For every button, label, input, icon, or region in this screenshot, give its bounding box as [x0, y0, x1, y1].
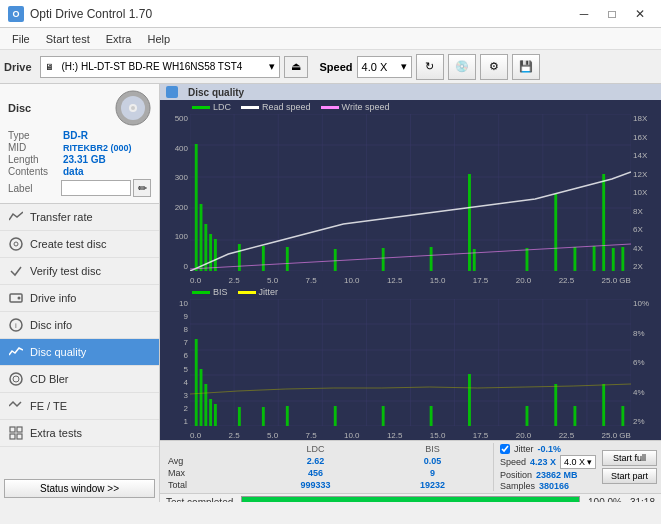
svg-rect-72	[204, 384, 207, 426]
verify-icon	[8, 263, 24, 279]
max-bis: 9	[378, 467, 487, 479]
sidebar-item-label: Verify test disc	[30, 265, 101, 277]
disc-label-label: Label	[8, 183, 61, 194]
menubar: File Start test Extra Help	[0, 28, 661, 50]
sidebar: Disc Type BD-R MID RITEKBR2 (000) Length…	[0, 84, 160, 502]
menu-start-test[interactable]: Start test	[38, 31, 98, 47]
avg-label: Avg	[164, 455, 253, 467]
status-time: 31:18	[630, 497, 655, 503]
bx-225: 22.5	[559, 431, 575, 440]
refresh-button[interactable]: ↻	[416, 54, 444, 80]
speed-stat-value: 4.23 X	[530, 457, 556, 467]
sidebar-item-transfer-rate[interactable]: Transfer rate	[0, 204, 159, 231]
speed-value: 4.0 X	[362, 61, 388, 73]
top-chart-legend: LDC Read speed Write speed	[192, 102, 389, 112]
menu-help[interactable]: Help	[139, 31, 178, 47]
x-225: 22.5	[559, 276, 575, 285]
svg-rect-85	[602, 384, 605, 426]
svg-rect-42	[382, 248, 385, 271]
menu-file[interactable]: File	[4, 31, 38, 47]
svg-rect-48	[573, 247, 576, 271]
total-ldc: 999333	[253, 479, 378, 491]
by-1: 1	[160, 417, 188, 426]
sidebar-item-create-test-disc[interactable]: Create test disc	[0, 231, 159, 258]
svg-rect-71	[200, 369, 203, 426]
fe-te-icon	[8, 398, 24, 414]
close-button[interactable]: ✕	[627, 4, 653, 24]
save-icon: 💾	[519, 60, 533, 73]
by-10: 10	[160, 299, 188, 308]
disc-label-input[interactable]	[61, 180, 131, 196]
bx-175: 17.5	[473, 431, 489, 440]
legend-read-speed: Read speed	[241, 102, 311, 112]
settings-button[interactable]: ⚙	[480, 54, 508, 80]
label-edit-button[interactable]: ✏	[133, 179, 151, 197]
speed-stat-select[interactable]: 4.0 X ▾	[560, 455, 596, 469]
maximize-button[interactable]: □	[599, 4, 625, 24]
settings-icon: ⚙	[489, 60, 499, 73]
x-250: 25.0 GB	[602, 276, 631, 285]
bx-150: 15.0	[430, 431, 446, 440]
progress-bar-outer	[241, 496, 580, 502]
speed-select[interactable]: 4.0 X ▾	[357, 56, 412, 78]
disc-contents-label: Contents	[8, 166, 63, 177]
svg-rect-78	[334, 406, 337, 426]
sidebar-item-label: Disc info	[30, 319, 72, 331]
y-right-18x: 18X	[633, 114, 661, 123]
sidebar-item-disc-info[interactable]: i Disc info	[0, 312, 159, 339]
sidebar-item-extra-tests[interactable]: Extra tests	[0, 420, 159, 447]
disc-contents-value: data	[63, 166, 84, 177]
svg-rect-37	[214, 239, 217, 271]
position-label: Position	[500, 470, 532, 480]
svg-rect-43	[430, 247, 433, 271]
bx-125: 12.5	[387, 431, 403, 440]
eject-button[interactable]: ⏏	[284, 56, 308, 78]
start-part-button[interactable]: Start part	[602, 468, 657, 484]
legend-read-color	[241, 106, 259, 109]
sidebar-item-fe-te[interactable]: FE / TE	[0, 393, 159, 420]
by-right-2: 2%	[633, 417, 661, 426]
legend-bis-color	[192, 291, 210, 294]
svg-rect-74	[214, 404, 217, 426]
sidebar-item-disc-quality[interactable]: Disc quality	[0, 339, 159, 366]
svg-rect-38	[238, 244, 241, 271]
position-row: Position 23862 MB	[500, 470, 596, 480]
bx-250: 25.0 GB	[602, 431, 631, 440]
disc-mid-value: RITEKBR2 (000)	[63, 143, 132, 153]
main-layout: Disc Type BD-R MID RITEKBR2 (000) Length…	[0, 84, 661, 502]
by-4: 4	[160, 378, 188, 387]
menu-extra[interactable]: Extra	[98, 31, 140, 47]
minimize-button[interactable]: ─	[571, 4, 597, 24]
jitter-checkbox[interactable]	[500, 444, 510, 454]
start-full-button[interactable]: Start full	[602, 450, 657, 466]
titlebar: O Opti Drive Control 1.70 ─ □ ✕	[0, 0, 661, 28]
speed-row: Speed 4.23 X 4.0 X ▾	[500, 455, 596, 469]
total-bis: 19232	[378, 479, 487, 491]
create-disc-icon	[8, 236, 24, 252]
disc-contents-row: Contents data	[8, 166, 151, 177]
disc-button[interactable]: 💿	[448, 54, 476, 80]
speed-label: Speed	[320, 61, 353, 73]
drive-select[interactable]: 🖥 (H:) HL-DT-ST BD-RE WH16NS58 TST4 ▾	[40, 56, 280, 78]
svg-point-3	[131, 106, 135, 110]
titlebar-left: O Opti Drive Control 1.70	[8, 6, 152, 22]
x-200: 20.0	[516, 276, 532, 285]
by-7: 7	[160, 338, 188, 347]
chart-header: Disc quality	[160, 84, 661, 100]
disc-label-row: Label ✏	[8, 179, 151, 197]
svg-rect-86	[621, 406, 624, 426]
drive-info-icon	[8, 290, 24, 306]
y-label-100: 100	[160, 232, 188, 241]
titlebar-controls: ─ □ ✕	[571, 4, 653, 24]
status-window-button[interactable]: Status window >>	[4, 479, 155, 498]
app-icon: O	[8, 6, 24, 22]
svg-rect-77	[286, 406, 289, 426]
sidebar-item-verify-test-disc[interactable]: Verify test disc	[0, 258, 159, 285]
sidebar-item-label: FE / TE	[30, 400, 67, 412]
sidebar-item-drive-info[interactable]: Drive info	[0, 285, 159, 312]
save-button[interactable]: 💾	[512, 54, 540, 80]
statusbar: Test completed 100.0% 31:18	[160, 493, 661, 502]
y-right-2x: 2X	[633, 262, 661, 271]
y-right-10x: 10X	[633, 188, 661, 197]
sidebar-item-cd-bler[interactable]: CD Bler	[0, 366, 159, 393]
